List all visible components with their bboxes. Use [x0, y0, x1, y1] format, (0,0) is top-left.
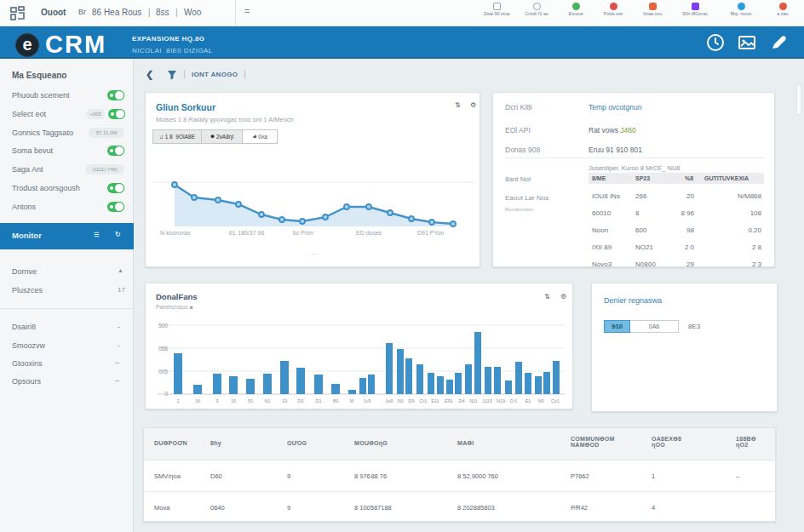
svg-text:N9: N9: [537, 398, 543, 403]
svg-text:D0: D0: [297, 398, 303, 403]
svg-text:E11: E11: [431, 398, 439, 403]
svg-text:1s9: 1s9: [386, 398, 393, 403]
svg-text:500: 500: [158, 323, 168, 329]
svg-text:2: 2: [176, 398, 179, 403]
svg-text:058: 058: [158, 346, 168, 352]
svg-text:0: 0: [164, 391, 168, 397]
svg-text:N19: N19: [497, 398, 505, 403]
svg-text:E91: E91: [445, 398, 453, 403]
svg-text:50: 50: [248, 398, 253, 403]
svg-text:D4: D4: [458, 398, 464, 403]
svg-text:D1: D1: [315, 398, 321, 403]
svg-text:E1: E1: [525, 398, 531, 403]
svg-text:1v9: 1v9: [364, 398, 371, 403]
svg-text:N1: N1: [264, 398, 270, 403]
svg-text:89: 89: [333, 398, 338, 403]
svg-text:M: M: [350, 398, 354, 403]
svg-text:16: 16: [195, 398, 200, 403]
svg-text:Cv1: Cv1: [551, 398, 560, 403]
svg-text:005: 005: [158, 369, 168, 375]
svg-text:Cr1: Cr1: [510, 398, 518, 403]
svg-text:1119: 1119: [482, 398, 491, 403]
svg-text:N11: N11: [469, 398, 478, 403]
svg-text:D9: D9: [408, 398, 414, 403]
svg-text:N0: N0: [397, 398, 403, 403]
svg-text:19: 19: [282, 398, 287, 403]
svg-text:Cr1: Cr1: [420, 398, 428, 403]
svg-text:9: 9: [215, 398, 218, 403]
svg-text:15: 15: [231, 398, 236, 403]
